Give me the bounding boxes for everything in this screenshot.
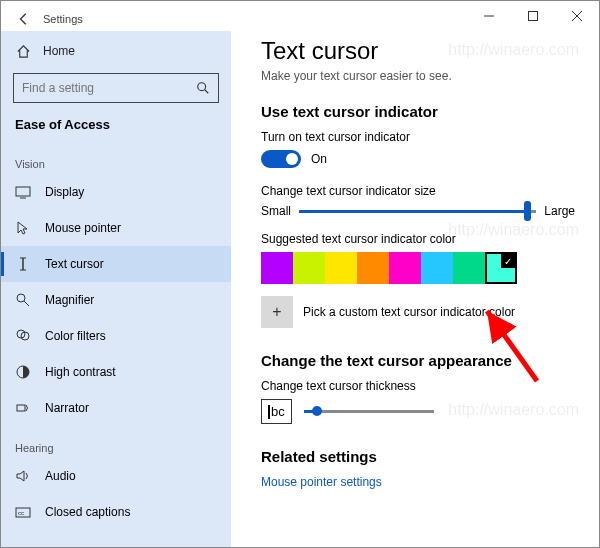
search-box[interactable] (13, 73, 219, 103)
magnifier-icon (15, 292, 31, 308)
color-swatch-2[interactable] (325, 252, 357, 284)
color-swatch-3[interactable] (357, 252, 389, 284)
sidebar-item-audio[interactable]: Audio (1, 458, 231, 494)
custom-color-row[interactable]: + Pick a custom text cursor indicator co… (261, 296, 575, 328)
main-pane: Text cursor Make your text cursor easier… (231, 31, 599, 547)
section-appearance: Change the text cursor appearance (261, 352, 575, 369)
size-small-label: Small (261, 204, 291, 218)
section-use-indicator: Use text cursor indicator (261, 103, 575, 120)
display-icon (15, 184, 31, 200)
window-title: Settings (43, 13, 83, 25)
mouse-pointer-settings-link[interactable]: Mouse pointer settings (261, 475, 575, 489)
toggle-label: Turn on text cursor indicator (261, 130, 575, 144)
sidebar-item-closed-captions[interactable]: cc Closed captions (1, 494, 231, 530)
sidebar-heading: Ease of Access (1, 113, 231, 142)
size-large-label: Large (544, 204, 575, 218)
sidebar-item-text-cursor[interactable]: Text cursor (1, 246, 231, 282)
sidebar-item-display[interactable]: Display (1, 174, 231, 210)
sidebar: Home Ease of Access Vision Display Mouse… (1, 31, 231, 547)
maximize-button[interactable] (511, 1, 555, 31)
sidebar-item-magnifier[interactable]: Magnifier (1, 282, 231, 318)
page-subtitle: Make your text cursor easier to see. (261, 69, 575, 83)
toggle-state: On (311, 152, 327, 166)
color-swatch-6[interactable] (453, 252, 485, 284)
settings-window: http://winaero.com http://winaero.com ht… (0, 0, 600, 548)
check-icon: ✓ (501, 254, 515, 268)
thickness-label: Change text cursor thickness (261, 379, 575, 393)
color-swatch-7[interactable]: ✓ (485, 252, 517, 284)
sidebar-home[interactable]: Home (1, 35, 231, 67)
audio-icon (15, 468, 31, 484)
sidebar-group-vision: Vision (1, 142, 231, 174)
thickness-preview: bc (261, 399, 292, 424)
svg-line-5 (205, 90, 209, 94)
color-label: Suggested text cursor indicator color (261, 232, 575, 246)
search-input[interactable] (22, 81, 196, 95)
color-swatch-4[interactable] (389, 252, 421, 284)
svg-rect-16 (17, 405, 25, 411)
title-bar: Settings (1, 1, 599, 31)
minimize-button[interactable] (467, 1, 511, 31)
back-button[interactable] (13, 8, 35, 30)
sidebar-group-hearing: Hearing (1, 426, 231, 458)
closed-captions-icon: cc (15, 504, 31, 520)
thickness-slider-thumb[interactable] (312, 406, 322, 416)
svg-rect-1 (529, 12, 538, 21)
size-slider-thumb[interactable] (524, 201, 531, 221)
mouse-pointer-icon (15, 220, 31, 236)
size-slider[interactable]: Small Large (261, 204, 575, 218)
close-button[interactable] (555, 1, 599, 31)
svg-line-12 (24, 301, 29, 306)
size-label: Change text cursor indicator size (261, 184, 575, 198)
svg-point-11 (17, 294, 25, 302)
search-icon (196, 81, 210, 95)
thickness-slider[interactable] (304, 410, 434, 413)
narrator-icon (15, 400, 31, 416)
color-swatch-5[interactable] (421, 252, 453, 284)
color-swatches: ✓ (261, 252, 575, 284)
text-cursor-icon (15, 256, 31, 272)
sidebar-item-color-filters[interactable]: Color filters (1, 318, 231, 354)
svg-rect-6 (16, 187, 30, 196)
color-swatch-1[interactable] (293, 252, 325, 284)
svg-text:cc: cc (18, 510, 24, 516)
page-title: Text cursor (261, 37, 575, 65)
home-icon (15, 43, 31, 59)
svg-point-4 (198, 83, 206, 91)
high-contrast-icon (15, 364, 31, 380)
plus-icon: + (261, 296, 293, 328)
section-related: Related settings (261, 448, 575, 465)
sidebar-home-label: Home (43, 44, 75, 58)
custom-color-label: Pick a custom text cursor indicator colo… (303, 305, 515, 319)
color-swatch-0[interactable] (261, 252, 293, 284)
sidebar-item-narrator[interactable]: Narrator (1, 390, 231, 426)
sidebar-item-high-contrast[interactable]: High contrast (1, 354, 231, 390)
indicator-toggle[interactable] (261, 150, 301, 168)
color-filters-icon (15, 328, 31, 344)
sidebar-item-mouse-pointer[interactable]: Mouse pointer (1, 210, 231, 246)
